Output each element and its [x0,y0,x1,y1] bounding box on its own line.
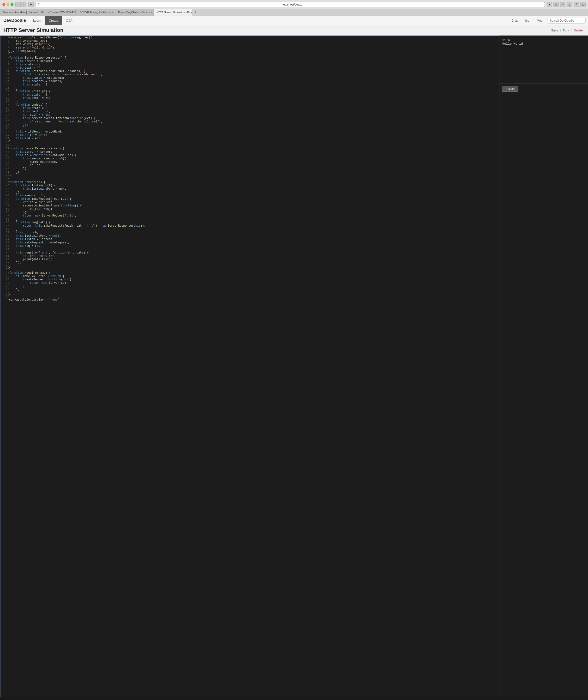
browser-tab-3[interactable]: Dupes/BagOfWordsBeta.cs at... [115,9,154,16]
code-line: this.state = 1; [9,93,499,97]
code-line: this.listen = listen; [9,238,499,241]
line-number: 26 [0,120,9,123]
download-icon[interactable]: ↓ [567,2,572,7]
line-number: 49 [0,197,9,201]
code-line: this.listeningPort = null; [9,234,499,238]
line-number: 65 [0,251,9,254]
extension-icon-2[interactable]: S [553,2,559,7]
line-number: 78 [0,295,9,298]
sidebar-toggle[interactable]: ☰ [28,2,34,7]
back-button[interactable]: ‹ [15,2,21,7]
code-row: 52 cb(req, res); [0,207,499,211]
code-row: 28 } [0,127,499,130]
code-editor[interactable]: 1require('http').createServer(function(r… [0,36,499,697]
line-number: 55 [0,217,9,221]
new-tab-button[interactable]: + [192,9,199,16]
reload-icon[interactable]: ↻ [38,3,40,6]
address-input[interactable] [42,3,543,6]
close-button[interactable] [2,3,5,6]
nav-learn[interactable]: Learn [29,16,45,25]
code-row: 63 this.req = req; [0,244,499,248]
line-number: 77 [0,291,9,295]
extension-icon-1[interactable]: ● [547,2,552,7]
code-row: 79canvas.style.display = 'none'; [0,298,499,302]
line-number: 18 [0,93,9,97]
restart-button[interactable]: Restart [502,86,518,92]
main-content: 1require('http').createServer(function(r… [0,36,588,697]
line-number: 48 [0,194,9,197]
delete-link[interactable]: Delete [572,28,585,33]
code-row: 73 createServer: function(cb) { [0,278,499,281]
code-row: 58 } [0,228,499,231]
code-row: 5}).listen(1337); [0,49,499,53]
line-number: 50 [0,201,9,204]
extension-icon-3[interactable]: ✕ [560,2,565,7]
line-number: 52 [0,207,9,211]
code-line: } [9,228,499,231]
code-line: } [9,127,499,130]
code-row: 64 [0,248,499,251]
line-number: 37 [0,157,9,160]
search-input[interactable] [547,18,586,24]
line-number: 63 [0,244,9,248]
tab-label-1: Bach - Chorals BWV 389-438 – Y... [41,11,77,14]
line-number: 35 [0,150,9,154]
user-button[interactable]: bjb [522,18,532,24]
code-line [9,177,499,181]
code-line: } [9,217,499,221]
fork-link[interactable]: Fork [561,28,571,33]
line-number: 68 [0,261,9,265]
line-number: 59 [0,231,9,234]
minimize-button[interactable] [6,3,9,6]
code-row: 29 this.writeHead = writeHead; [0,130,499,133]
line-number: 43 [0,177,9,181]
code-row: 31 this.end = end; [0,137,499,140]
code-line: if (this.state) throw 'Headers already s… [9,73,499,76]
nav-create[interactable]: Create [45,16,62,25]
code-line: this.write = write; [9,133,499,137]
code-line: cb(req, res); [9,207,499,211]
chat-button[interactable]: Chat [509,18,520,24]
code-line: this.text = ''; [9,66,499,70]
line-number: 8 [0,60,9,63]
code-row: 9 this.state = 0; [0,63,499,66]
line-number: 1 [0,36,9,39]
mod-button[interactable]: Mod [534,18,545,24]
forward-button[interactable]: › [21,2,26,7]
code-line: return this.makeRequest({path: path || '… [9,224,499,228]
code-row: 76 }; [0,288,499,291]
code-row: 24 var self = this; [0,113,499,117]
code-line: this.req().on('end', function(err, data)… [9,251,499,254]
line-number: 39 [0,164,9,167]
code-row: 34function ServerRequest(server) { [0,147,499,150]
tab-label-3: Dupes/BagOfWordsBeta.cs at... [118,11,154,14]
line-number: 69 [0,265,9,268]
browser-tab-0[interactable]: Tavern on the Meta | chat.meta.st... [0,9,38,16]
maximize-button[interactable] [11,3,13,6]
line-number: 40 [0,167,9,170]
browser-tab-4[interactable]: HTTP Server Simulation - Progr... [154,9,192,16]
browser-tab-2[interactable]: SOCVR Testing Facility | chat.st... [77,9,115,16]
code-row: 6 [0,53,499,56]
save-link[interactable]: Save [549,28,560,33]
fullscreen-icon[interactable]: ◻ [580,2,586,7]
line-number: 19 [0,97,9,100]
code-line: function writeHead(statusNum, headers) { [9,70,499,73]
code-line [9,295,499,298]
code-line: this.writeHead = writeHead; [9,130,499,133]
code-line: this.text += pt; [9,97,499,100]
code-row: 51 requestAnimationFrame(function() { [0,204,499,207]
page-title: HTTP Server Simulation [3,27,63,33]
code-line: function ServerRequest(server) { [9,147,499,150]
line-number: 72 [0,275,9,278]
line-number: 67 [0,258,9,261]
code-line: }; [9,170,499,174]
code-row: 21 function end(pt) { [0,103,499,107]
line-number: 47 [0,191,9,194]
code-row: 13 this.status = statusNum; [0,76,499,80]
nav-qa[interactable]: Q&A [62,16,76,25]
browser-tab-1[interactable]: Bach - Chorals BWV 389-438 – Y... [38,9,77,16]
line-number: 33 [0,144,9,147]
share-icon[interactable]: ⇧ [574,2,579,7]
code-row: 42} [0,174,499,177]
